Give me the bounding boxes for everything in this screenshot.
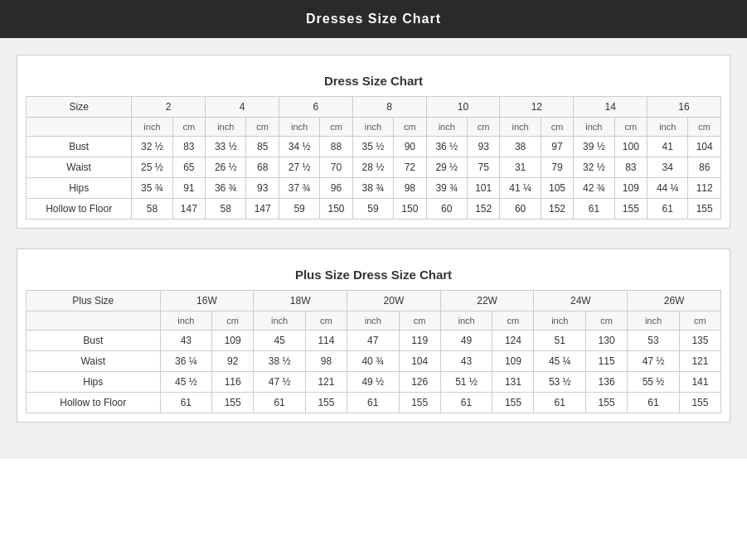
- cell: 34 ½: [279, 137, 319, 157]
- sub-inch-2: inch: [206, 118, 246, 137]
- cell: 155: [679, 393, 720, 413]
- cell: 47 ½: [254, 372, 306, 393]
- plus-sub-inch-1: inch: [160, 311, 212, 331]
- cell: 112: [688, 178, 721, 199]
- plus-size-16w: 16W: [160, 291, 254, 311]
- cell: 98: [305, 351, 347, 372]
- cell: 121: [305, 372, 347, 393]
- cell: 35 ¾: [132, 178, 172, 199]
- cell: 59: [279, 199, 319, 220]
- table-row: Waist36 ¼9238 ½9840 ¾1044310945 ¼11547 ½…: [27, 351, 721, 372]
- plus-sub-inch-6: inch: [628, 311, 680, 331]
- plus-size-row: Plus Size 16W 18W 20W 22W 24W 26W: [27, 291, 721, 311]
- cell: 115: [586, 351, 628, 372]
- cell: 147: [172, 199, 206, 220]
- table-row: Bust431094511447119491245113053135: [27, 331, 721, 351]
- cell: 119: [399, 331, 440, 351]
- row-label: Hollow to Floor: [27, 199, 132, 220]
- cell: 109: [212, 331, 254, 351]
- row-label: Waist: [27, 157, 132, 178]
- cell: 60: [500, 199, 541, 220]
- cell: 34: [648, 157, 688, 178]
- cell: 41 ¼: [500, 178, 541, 199]
- page-content: Dress Size Chart Size 2 4 6 8 10 12 14 1…: [0, 38, 747, 459]
- cell: 47 ½: [628, 351, 680, 372]
- standard-chart: Dress Size Chart Size 2 4 6 8 10 12 14 1…: [17, 55, 730, 229]
- cell: 93: [467, 137, 500, 157]
- cell: 150: [320, 199, 353, 220]
- cell: 59: [352, 199, 393, 220]
- cell: 150: [394, 199, 427, 220]
- plus-size-18w: 18W: [254, 291, 347, 311]
- cell: 61: [347, 393, 400, 413]
- cell: 35 ½: [352, 137, 393, 157]
- cell: 96: [320, 178, 353, 199]
- plus-sub-cm-6: cm: [679, 311, 720, 331]
- sub-inch-6: inch: [500, 118, 541, 137]
- row-label: Hollow to Floor: [27, 393, 161, 413]
- cell: 109: [492, 351, 534, 372]
- cell: 58: [206, 199, 246, 220]
- cell: 39 ¾: [426, 178, 467, 199]
- cell: 70: [320, 157, 353, 178]
- cell: 155: [614, 199, 648, 220]
- plus-sub-inch-4: inch: [440, 311, 492, 331]
- plus-sub-cm-4: cm: [492, 311, 534, 331]
- sub-inch-8: inch: [648, 118, 688, 137]
- standard-subheader-empty: [27, 118, 132, 137]
- cell: 58: [132, 199, 172, 220]
- row-label: Hips: [27, 178, 132, 199]
- cell: 51: [534, 331, 586, 351]
- cell: 61: [574, 199, 614, 220]
- cell: 155: [586, 393, 628, 413]
- cell: 114: [305, 331, 347, 351]
- cell: 37 ¾: [279, 178, 319, 199]
- cell: 116: [212, 372, 254, 393]
- cell: 49: [440, 331, 492, 351]
- cell: 49 ½: [347, 372, 400, 393]
- size-4: 4: [206, 97, 279, 118]
- cell: 27 ½: [279, 157, 319, 178]
- plus-chart-title: Plus Size Dress Size Chart: [26, 258, 721, 290]
- cell: 90: [394, 137, 427, 157]
- cell: 147: [246, 199, 279, 220]
- cell: 124: [492, 331, 534, 351]
- cell: 126: [399, 372, 440, 393]
- sub-inch-3: inch: [279, 118, 319, 137]
- row-label: Waist: [27, 351, 161, 372]
- cell: 31: [500, 157, 541, 178]
- cell: 105: [541, 178, 574, 199]
- plus-sub-cm-3: cm: [399, 311, 440, 331]
- cell: 75: [467, 157, 500, 178]
- cell: 32 ½: [574, 157, 614, 178]
- cell: 55 ½: [628, 372, 680, 393]
- cell: 44 ¼: [648, 178, 688, 199]
- sub-cm-2: cm: [246, 118, 279, 137]
- sub-cm-5: cm: [467, 118, 500, 137]
- table-row: Hollow to Floor5814758147591505915060152…: [27, 199, 721, 220]
- cell: 68: [246, 157, 279, 178]
- cell: 109: [614, 178, 648, 199]
- cell: 45 ¼: [534, 351, 586, 372]
- cell: 91: [172, 178, 206, 199]
- sub-inch-4: inch: [352, 118, 393, 137]
- standard-subheader-row: inch cm inch cm inch cm inch cm inch cm …: [27, 118, 721, 137]
- plus-tbody: Bust431094511447119491245113053135Waist3…: [27, 331, 721, 413]
- size-14: 14: [574, 97, 648, 118]
- cell: 36 ½: [426, 137, 467, 157]
- cell: 155: [399, 393, 440, 413]
- standard-tbody: Bust32 ½8333 ½8534 ½8835 ½9036 ½93389739…: [27, 137, 721, 220]
- table-row: Hollow to Floor6115561155611556115561155…: [27, 393, 721, 413]
- cell: 36 ¼: [160, 351, 212, 372]
- plus-size-26w: 26W: [628, 291, 721, 311]
- cell: 155: [492, 393, 534, 413]
- standard-size-row: Size 2 4 6 8 10 12 14 16: [27, 97, 721, 118]
- cell: 72: [394, 157, 427, 178]
- row-label: Hips: [27, 372, 161, 393]
- cell: 155: [305, 393, 347, 413]
- plus-subheader-row: inch cm inch cm inch cm inch cm inch cm …: [27, 311, 721, 331]
- size-6: 6: [279, 97, 352, 118]
- plus-sub-inch-5: inch: [534, 311, 586, 331]
- cell: 39 ½: [574, 137, 614, 157]
- cell: 61: [160, 393, 212, 413]
